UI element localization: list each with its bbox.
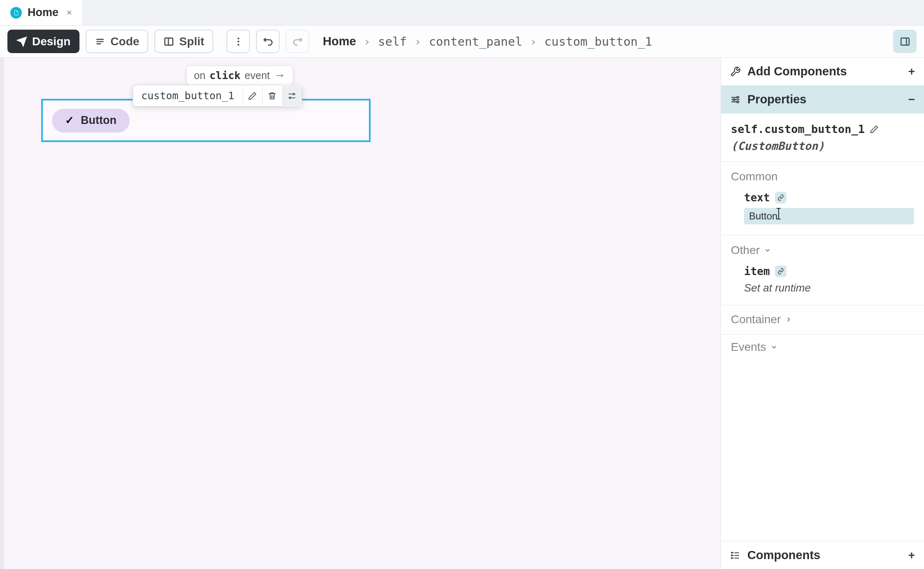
group-title-common[interactable]: Common	[731, 170, 914, 183]
svg-point-9	[737, 101, 738, 103]
svg-point-6	[289, 97, 291, 98]
prop-group-common: Common text	[721, 162, 924, 236]
svg-rect-4	[901, 38, 909, 45]
toolbar: Design Code Split Home › self › content_…	[0, 26, 924, 58]
close-icon[interactable]: ×	[67, 7, 72, 18]
svg-point-11	[731, 555, 732, 555]
text-cursor-icon	[778, 208, 779, 219]
custom-button[interactable]: ✓ Button	[52, 109, 130, 133]
plus-icon[interactable]: +	[908, 65, 915, 78]
chevron-right-icon: ›	[364, 35, 371, 49]
link-icon[interactable]	[775, 266, 786, 277]
undo-button[interactable]	[256, 30, 280, 53]
edit-button[interactable]	[243, 85, 262, 107]
svg-point-2	[237, 40, 239, 42]
plus-icon[interactable]: +	[908, 549, 915, 562]
svg-point-8	[733, 98, 735, 100]
event-hint-popover[interactable]: on click event →	[186, 65, 293, 85]
chevron-down-icon	[764, 247, 771, 254]
floating-toolbar: custom_button_1	[133, 85, 302, 107]
component-type: (CustomButton)	[731, 140, 914, 152]
code-button[interactable]: Code	[86, 30, 148, 53]
component-id: self.custom_button_1	[731, 123, 914, 135]
svg-point-10	[731, 552, 732, 553]
prop-row-text: text	[731, 191, 914, 224]
svg-point-5	[293, 93, 295, 95]
file-icon	[10, 7, 22, 19]
more-button[interactable]	[226, 30, 250, 53]
text-input[interactable]	[744, 208, 914, 224]
main-layout: on click event → custom_button_1 ✓ Butto…	[0, 58, 924, 569]
prop-group-other: Other item Set at runtime	[721, 236, 924, 305]
button-label: Button	[81, 114, 117, 127]
canvas-area[interactable]: on click event → custom_button_1 ✓ Butto…	[0, 58, 721, 569]
delete-button[interactable]	[262, 85, 282, 107]
group-title-other[interactable]: Other	[731, 244, 914, 257]
selected-component-name: custom_button_1	[133, 90, 243, 102]
chevron-right-icon: ›	[414, 35, 421, 49]
link-icon[interactable]	[775, 192, 786, 203]
left-gutter	[0, 58, 4, 569]
breadcrumb-item[interactable]: custom_button_1	[544, 35, 652, 49]
breadcrumb: Home › self › content_panel › custom_but…	[323, 35, 652, 49]
minus-icon[interactable]: −	[908, 93, 915, 106]
prop-group-container[interactable]: Container	[721, 305, 924, 335]
breadcrumb-item[interactable]: content_panel	[429, 35, 522, 49]
prop-row-item: item Set at runtime	[731, 265, 914, 294]
properties-identity: self.custom_button_1 (CustomButton)	[721, 114, 924, 162]
svg-point-7	[737, 96, 738, 98]
chevron-right-icon: ›	[530, 35, 537, 49]
right-panel: Add Components + Properties − self.custo…	[721, 58, 924, 569]
breadcrumb-item[interactable]: self	[378, 35, 407, 49]
edit-icon[interactable]	[870, 125, 879, 134]
tab-bar: Home ×	[0, 0, 924, 26]
svg-point-1	[237, 37, 239, 39]
arrow-right-icon: →	[274, 69, 285, 82]
tab-title: Home	[28, 6, 58, 19]
chevron-down-icon	[770, 343, 778, 351]
tab-home[interactable]: Home ×	[0, 0, 83, 25]
components-header[interactable]: Components +	[721, 541, 924, 569]
properties-header[interactable]: Properties −	[721, 86, 924, 114]
split-button[interactable]: Split	[154, 30, 213, 53]
chevron-right-icon	[785, 316, 792, 323]
settings-button[interactable]	[282, 85, 302, 107]
prop-group-events[interactable]: Events	[721, 335, 924, 357]
check-icon: ✓	[65, 114, 74, 127]
breadcrumb-home[interactable]: Home	[323, 35, 356, 48]
add-components-header[interactable]: Add Components +	[721, 58, 924, 86]
design-button[interactable]: Design	[7, 30, 79, 53]
panel-toggle-button[interactable]	[893, 30, 917, 53]
redo-button[interactable]	[286, 30, 309, 53]
svg-point-12	[731, 557, 732, 558]
svg-point-3	[237, 44, 239, 45]
runtime-text: Set at runtime	[744, 282, 914, 294]
